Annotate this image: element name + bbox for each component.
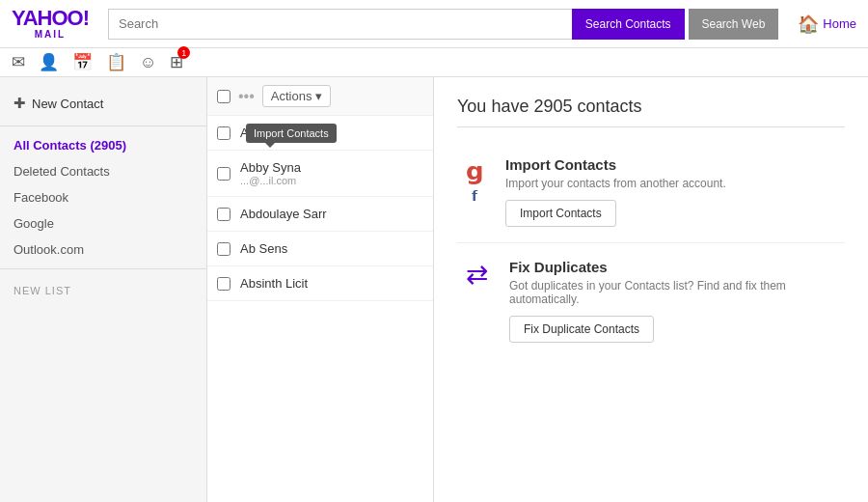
import-section: 𝗴 𝗳 Import Contacts Import your contacts… [457, 141, 845, 243]
sidebar-item-all-contacts[interactable]: All Contacts (2905) [0, 132, 206, 158]
search-web-button[interactable]: Search Web [689, 9, 779, 40]
contact-list: ••• Actions ▾ Aaron Wise Import Contacts… [207, 77, 434, 502]
google-contacts-icon: 𝗴 [457, 156, 492, 186]
facebook-icon: 𝗳 [472, 188, 477, 204]
fix-duplicates-description: Got duplicates in your Contacts list? Fi… [509, 279, 845, 306]
detail-panel: You have 2905 contacts 𝗴 𝗳 Import Contac… [434, 77, 868, 502]
logo-area: YAHOO! MAIL [12, 8, 89, 40]
chevron-down-icon: ▾ [315, 89, 322, 103]
calendar-icon[interactable]: 📅 [72, 52, 93, 72]
contact-name-absinth: Absinth Licit [240, 276, 308, 291]
contact-item-abby[interactable]: Import Contacts Abby Syna ...@...il.com [207, 151, 433, 197]
contact-checkbox-abby[interactable] [217, 167, 231, 181]
contact-name-abby: Abby Syna [240, 160, 301, 175]
contact-checkbox-aaron[interactable] [217, 126, 231, 140]
main-area: ✚ New Contact All Contacts (2905) Delete… [0, 77, 868, 502]
fix-duplicates-icon: ⇄ [466, 260, 488, 290]
search-contacts-button[interactable]: Search Contacts [572, 9, 685, 40]
contact-name-ab-sens: Ab Sens [240, 241, 287, 256]
import-description: Import your contacts from another accoun… [505, 177, 726, 190]
fix-section-content: Fix Duplicates Got duplicates in your Co… [509, 259, 845, 343]
yahoo-logo: YAHOO! [12, 8, 89, 29]
new-contact-label: New Contact [32, 97, 103, 111]
import-title: Import Contacts [505, 156, 726, 173]
contact-item-abdoulaye[interactable]: Abdoulaye Sarr [207, 197, 433, 232]
contacts-icon[interactable]: 👤 [39, 52, 59, 72]
sidebar: ✚ New Contact All Contacts (2905) Delete… [0, 77, 207, 502]
actions-dropdown[interactable]: Actions ▾ [262, 85, 332, 107]
apps-icon[interactable]: ⊞1 [170, 52, 183, 72]
new-list-label[interactable]: New List [0, 275, 206, 300]
home-icon: 🏠 [798, 14, 819, 35]
contact-checkbox-absinth[interactable] [217, 277, 231, 291]
contacts-count: You have 2905 contacts [457, 97, 845, 127]
search-input[interactable] [108, 9, 572, 40]
header: YAHOO! MAIL Search Contacts Search Web 🏠… [0, 0, 868, 48]
select-all-checkbox[interactable] [217, 90, 231, 103]
home-label: Home [823, 16, 856, 31]
contact-item-absinth[interactable]: Absinth Licit [207, 266, 433, 301]
nav-icons-bar: ✉ 👤 📅 📋 ☺ ⊞1 [0, 48, 868, 77]
fix-duplicate-contacts-button[interactable]: Fix Duplicate Contacts [509, 316, 654, 343]
plus-icon: ✚ [14, 95, 26, 112]
contact-checkbox-ab-sens[interactable] [217, 242, 231, 256]
emoji-icon[interactable]: ☺ [140, 53, 156, 72]
notepad-icon[interactable]: 📋 [106, 52, 126, 72]
contact-item-ab-sens[interactable]: Ab Sens [207, 232, 433, 266]
import-section-content: Import Contacts Import your contacts fro… [505, 156, 726, 227]
contact-email-abby: ...@...il.com [240, 175, 301, 186]
home-button[interactable]: 🏠 Home [798, 14, 856, 35]
actions-label: Actions [271, 89, 312, 103]
fix-duplicates-section: ⇄ Fix Duplicates Got duplicates in your … [457, 243, 845, 358]
contact-name-abdoulaye: Abdoulaye Sarr [240, 207, 327, 221]
sidebar-divider-2 [0, 268, 206, 269]
contact-list-header: ••• Actions ▾ [207, 77, 433, 116]
contact-item-aaron[interactable]: Aaron Wise [207, 116, 433, 151]
sidebar-item-facebook[interactable]: Facebook [0, 184, 206, 210]
sidebar-item-outlook[interactable]: Outlook.com [0, 237, 206, 263]
search-bar: Search Contacts Search Web [108, 9, 778, 40]
sidebar-item-google[interactable]: Google [0, 210, 206, 237]
contact-checkbox-abdoulaye[interactable] [217, 208, 231, 221]
fix-duplicates-title: Fix Duplicates [509, 259, 845, 275]
envelope-icon[interactable]: ✉ [12, 52, 25, 72]
import-contacts-button[interactable]: Import Contacts [505, 200, 616, 227]
new-contact-button[interactable]: ✚ New Contact [0, 87, 206, 120]
mail-label: MAIL [35, 29, 66, 40]
more-options-icon[interactable]: ••• [238, 88, 255, 105]
contact-name-aaron: Aaron Wise [240, 126, 305, 140]
sidebar-divider [0, 126, 206, 126]
sidebar-item-deleted-contacts[interactable]: Deleted Contacts [0, 158, 206, 184]
